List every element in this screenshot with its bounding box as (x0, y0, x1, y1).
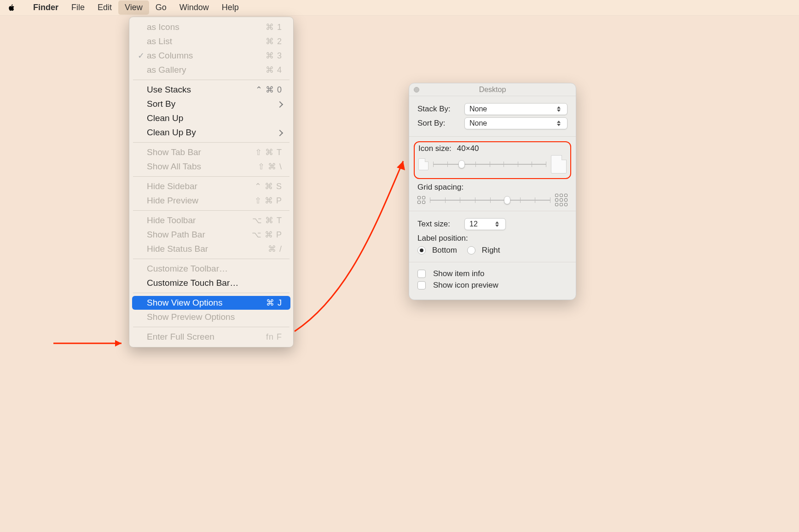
menu-separator (133, 210, 289, 211)
menu-item-label: Use Stacks (146, 85, 255, 95)
menu-item-shortcut: ⌃ ⌘ S (255, 181, 282, 191)
menu-item-enter-full-screen: Enter Full Screenfn F (132, 330, 290, 344)
menubar-item-file[interactable]: File (65, 0, 91, 15)
menu-item-show-view-options[interactable]: Show View Options⌘ J (132, 296, 290, 310)
svg-marker-2 (397, 161, 405, 170)
menubar-item-edit[interactable]: Edit (91, 0, 118, 15)
menubar-item-help[interactable]: Help (215, 0, 245, 15)
text-size-label: Text size: (417, 220, 460, 229)
icon-size-value: 40×40 (457, 144, 479, 153)
menu-item-shortcut: ⌥ ⌘ P (252, 230, 282, 240)
file-small-icon (418, 158, 428, 170)
menu-item-label: Clean Up By (146, 127, 276, 138)
menu-item-label: Sort By (146, 99, 276, 109)
menu-item-label: Show Path Bar (146, 230, 252, 240)
view-menu-dropdown: as Icons⌘ 1as List⌘ 2✓as Columns⌘ 3as Ga… (129, 17, 294, 347)
stack-by-popup[interactable]: None (464, 103, 567, 115)
menu-item-as-columns: ✓as Columns⌘ 3 (132, 49, 290, 63)
menu-item-label: Customize Touch Bar… (146, 278, 282, 288)
menu-item-label: as Columns (146, 51, 266, 61)
show-item-info-checkbox[interactable]: Show item info (417, 269, 567, 278)
menu-item-shortcut: ⌘ 4 (266, 65, 282, 75)
menu-item-hide-status-bar: Hide Status Bar⌘ / (132, 242, 290, 256)
label-position-right[interactable]: Right (467, 246, 500, 255)
menu-item-label: Show Tab Bar (146, 147, 255, 157)
menu-item-shortcut: fn F (266, 332, 282, 342)
apple-logo-icon[interactable] (7, 4, 18, 12)
sort-by-label: Sort By: (417, 119, 460, 128)
menu-item-shortcut: ⌥ ⌘ T (252, 215, 282, 226)
menu-item-shortcut: ⇧ ⌘ \ (258, 162, 282, 172)
menu-item-as-icons: as Icons⌘ 1 (132, 20, 290, 34)
menu-item-shortcut: ⌃ ⌘ 0 (255, 85, 282, 95)
menubar-item-window[interactable]: Window (173, 0, 215, 15)
menu-item-hide-preview: Hide Preview⇧ ⌘ P (132, 194, 290, 208)
checkbox-icon (417, 270, 426, 278)
menu-item-label: Show Preview Options (146, 312, 282, 322)
menu-item-label: Clean Up (146, 113, 282, 123)
menu-item-label: Hide Status Bar (146, 244, 268, 254)
label-position-bottom[interactable]: Bottom (417, 246, 457, 255)
menu-item-use-stacks[interactable]: Use Stacks⌃ ⌘ 0 (132, 83, 290, 97)
grid-spacing-label: Grid spacing: (417, 183, 567, 192)
menubar-app-name[interactable]: Finder (27, 0, 65, 15)
menu-item-label: Show View Options (146, 298, 266, 308)
grid-spacing-slider[interactable] (430, 196, 550, 205)
menu-separator (133, 259, 289, 259)
menu-item-label: Hide Sidebar (146, 181, 255, 191)
menu-separator (133, 327, 289, 327)
menubar-item-view[interactable]: View (118, 0, 149, 15)
label-position-label: Label position: (417, 234, 567, 243)
menu-item-hide-sidebar: Hide Sidebar⌃ ⌘ S (132, 179, 290, 193)
sort-by-popup[interactable]: None (464, 117, 567, 129)
text-size-popup[interactable]: 12 (464, 218, 506, 230)
radio-icon (467, 246, 475, 254)
menu-item-show-tab-bar: Show Tab Bar⇧ ⌘ T (132, 145, 290, 159)
grid-loose-icon (555, 194, 567, 206)
menu-item-shortcut: ⌘ 1 (266, 22, 282, 32)
menu-item-show-preview-options: Show Preview Options (132, 310, 290, 324)
menu-item-customize-touch-bar[interactable]: Customize Touch Bar… (132, 276, 290, 290)
svg-marker-1 (115, 340, 122, 347)
menu-item-label: Show All Tabs (146, 162, 258, 172)
icon-size-label: Icon size: (418, 144, 452, 153)
annotation-highlight-box: Icon size: 40×40 (414, 141, 571, 179)
menu-item-sort-by[interactable]: Sort By (132, 97, 290, 111)
menu-item-as-gallery: as Gallery⌘ 4 (132, 63, 290, 77)
menu-item-shortcut: ⌘ 3 (266, 51, 282, 61)
file-large-icon (551, 155, 567, 173)
menu-item-shortcut: ⇧ ⌘ P (255, 196, 282, 206)
chevron-up-down-icon (557, 105, 564, 113)
menu-item-customize-toolbar: Customize Toolbar… (132, 262, 290, 276)
chevron-up-down-icon (557, 119, 564, 127)
menu-item-label: as List (146, 36, 266, 46)
menu-item-clean-up[interactable]: Clean Up (132, 111, 290, 125)
menu-item-shortcut: ⌘ 2 (266, 36, 282, 46)
chevron-up-down-icon (495, 220, 503, 228)
menu-item-as-list: as List⌘ 2 (132, 35, 290, 48)
grid-tight-icon (417, 196, 425, 204)
menu-separator (133, 293, 289, 293)
chevron-right-icon (276, 128, 282, 138)
menu-item-shortcut: ⌘ J (266, 298, 282, 308)
menubar-item-go[interactable]: Go (149, 0, 173, 15)
menu-item-hide-toolbar: Hide Toolbar⌥ ⌘ T (132, 214, 290, 227)
menu-separator (133, 176, 289, 177)
menu-item-show-all-tabs: Show All Tabs⇧ ⌘ \ (132, 160, 290, 173)
checkmark-icon: ✓ (136, 51, 146, 61)
view-options-panel: Desktop Stack By: None Sort By: None Ico… (409, 83, 576, 300)
menu-item-clean-up-by[interactable]: Clean Up By (132, 126, 290, 139)
menu-item-show-path-bar: Show Path Bar⌥ ⌘ P (132, 228, 290, 242)
icon-size-slider[interactable] (433, 160, 546, 169)
menu-item-label: as Gallery (146, 65, 266, 75)
checkbox-icon (417, 281, 426, 289)
menu-separator (133, 80, 289, 80)
menu-item-shortcut: ⌘ / (268, 244, 282, 254)
menu-item-label: Enter Full Screen (146, 332, 266, 342)
show-icon-preview-checkbox[interactable]: Show icon preview (417, 281, 567, 290)
annotation-arrows (0, 0, 799, 532)
menu-item-label: Customize Toolbar… (146, 264, 282, 274)
close-icon[interactable] (414, 87, 419, 93)
panel-titlebar[interactable]: Desktop (409, 83, 576, 96)
panel-title: Desktop (479, 86, 506, 94)
